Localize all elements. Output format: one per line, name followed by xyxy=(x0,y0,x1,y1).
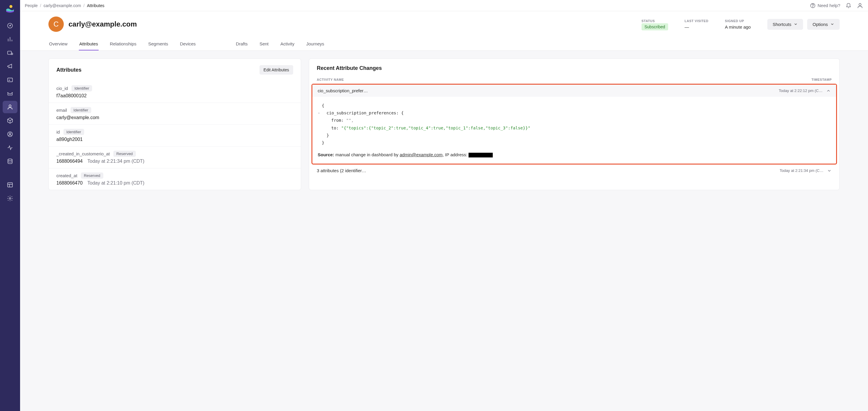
attribute-pill: Reserved xyxy=(81,172,103,179)
attribute-row: idIdentifiera890gh2001 xyxy=(49,125,301,146)
attribute-pill: Reserved xyxy=(113,151,136,157)
last-visited-label: LAST VISITED xyxy=(685,19,709,23)
attribute-name: cio_id xyxy=(56,86,68,91)
options-button[interactable]: Options xyxy=(807,19,840,30)
nav-settings[interactable] xyxy=(3,192,18,205)
change-name: cio_subscription_prefer… xyxy=(318,88,775,93)
attribute-value: a890gh2001 xyxy=(56,137,293,142)
nav-activity[interactable] xyxy=(3,141,18,154)
nav-analytics[interactable] xyxy=(3,33,18,45)
tab-attributes[interactable]: Attributes xyxy=(79,38,99,50)
tab-drafts[interactable]: Drafts xyxy=(235,38,248,50)
svg-point-9 xyxy=(8,159,12,161)
attribute-row: cio_idIdentifierf7aa08000102 xyxy=(49,81,301,103)
svg-point-14 xyxy=(859,3,861,5)
breadcrumb-current: Attributes xyxy=(87,3,104,8)
tab-activity[interactable]: Activity xyxy=(280,38,295,50)
shortcuts-button[interactable]: Shortcuts xyxy=(767,19,803,30)
avatar: C xyxy=(49,16,64,32)
attribute-sub: Today at 2:21:10 pm (CDT) xyxy=(87,180,144,186)
app-logo[interactable] xyxy=(6,4,14,13)
attribute-row: _created_in_customerio_atReserved1688066… xyxy=(49,146,301,168)
svg-rect-5 xyxy=(8,78,13,82)
notifications-icon[interactable] xyxy=(845,3,851,8)
nav-segments[interactable] xyxy=(3,128,18,140)
source-text2: , IP address: xyxy=(442,152,467,157)
edit-attributes-button[interactable]: Edit Attributes xyxy=(259,65,293,75)
redacted-ip xyxy=(469,153,493,158)
page-title: carly@example.com xyxy=(68,20,137,28)
attribute-row: created_atReserved1688066470Today at 2:2… xyxy=(49,168,301,190)
highlighted-change: cio_subscription_prefer… Today at 2:22:1… xyxy=(311,84,837,165)
help-icon xyxy=(810,3,816,8)
attribute-pill: Identifier xyxy=(63,129,84,135)
col-activity-name: ACTIVITY NAME xyxy=(317,78,344,81)
nav-dashboard[interactable] xyxy=(3,20,18,32)
chevron-down-icon xyxy=(830,22,834,26)
breadcrumb-sep: / xyxy=(40,3,41,8)
tab-segments[interactable]: Segments xyxy=(148,38,169,50)
attribute-name: _created_in_customerio_at xyxy=(56,151,110,156)
chevron-up-icon xyxy=(826,89,831,93)
nav-objects[interactable] xyxy=(3,114,18,127)
svg-point-11 xyxy=(9,198,11,199)
tab-sent[interactable]: Sent xyxy=(259,38,269,50)
last-visited-value: — xyxy=(685,25,709,30)
help-link[interactable]: Need help? xyxy=(810,3,840,8)
source-label: Source: xyxy=(318,152,334,157)
status-badge: Subscribed xyxy=(642,23,668,30)
chevron-down-icon xyxy=(794,22,798,26)
change-row-collapsed[interactable]: 3 attributes (2 identifier… Today at 2:2… xyxy=(309,165,839,177)
tabs: Overview Attributes Relationships Segmen… xyxy=(20,38,868,50)
tab-overview[interactable]: Overview xyxy=(49,38,68,50)
svg-point-13 xyxy=(813,6,813,7)
breadcrumb-email[interactable]: carly@example.com xyxy=(43,3,81,8)
svg-rect-3 xyxy=(8,51,11,55)
attribute-name: email xyxy=(56,108,67,113)
attribute-value: f7aa08000102 xyxy=(56,93,293,99)
changes-title: Recent Attribute Changes xyxy=(309,59,839,75)
nav-pipelines[interactable] xyxy=(3,46,18,59)
change-row-expanded[interactable]: cio_subscription_prefer… Today at 2:22:1… xyxy=(312,84,836,97)
svg-point-2 xyxy=(10,25,11,26)
nav-people[interactable] xyxy=(3,101,18,113)
change-name: 3 attributes (2 identifier… xyxy=(317,168,776,173)
nav-campaigns[interactable] xyxy=(3,60,18,72)
attributes-card: Attributes Edit Attributes cio_idIdentif… xyxy=(49,58,301,190)
breadcrumb-sep: / xyxy=(84,3,85,8)
account-icon[interactable] xyxy=(857,2,863,9)
col-timestamp: TIMESTAMP xyxy=(812,78,832,81)
svg-rect-10 xyxy=(8,183,13,187)
attribute-value: 1688066494 xyxy=(56,159,83,164)
tab-relationships[interactable]: Relationships xyxy=(109,38,137,50)
change-time: Today at 2:21:34 pm (C… xyxy=(780,168,824,173)
svg-point-6 xyxy=(9,105,11,107)
change-time: Today at 2:22:12 pm (C… xyxy=(779,89,823,93)
breadcrumb: People / carly@example.com / Attributes xyxy=(25,3,104,8)
attribute-name: id xyxy=(56,130,60,134)
attribute-row: emailIdentifiercarly@example.com xyxy=(49,103,301,125)
attribute-value: carly@example.com xyxy=(56,115,293,120)
help-text: Need help? xyxy=(817,3,840,8)
nav-content[interactable] xyxy=(3,179,18,191)
attribute-pill: Identifier xyxy=(71,85,92,92)
changes-card: Recent Attribute Changes ACTIVITY NAME T… xyxy=(309,58,840,190)
attribute-pill: Identifier xyxy=(70,107,91,113)
attribute-value: 1688066470 xyxy=(56,180,83,186)
change-detail: { -cio_subscription_preferences: { from:… xyxy=(312,97,836,164)
tab-devices[interactable]: Devices xyxy=(180,38,196,50)
nav-deliveries[interactable] xyxy=(3,87,18,100)
source-email[interactable]: admin@example.com xyxy=(400,152,442,157)
nav-data[interactable] xyxy=(3,155,18,168)
sidebar xyxy=(0,0,20,411)
nav-broadcasts[interactable] xyxy=(3,74,18,86)
attributes-title: Attributes xyxy=(56,67,82,73)
source-text: manual change in dashboard by xyxy=(335,152,399,157)
status-label: STATUS xyxy=(642,19,668,23)
tab-journeys[interactable]: Journeys xyxy=(306,38,325,50)
topbar: People / carly@example.com / Attributes … xyxy=(20,0,868,11)
signed-up-label: SIGNED UP xyxy=(725,19,751,23)
chevron-down-icon xyxy=(827,168,832,173)
breadcrumb-root[interactable]: People xyxy=(25,3,38,8)
attribute-name: created_at xyxy=(56,173,78,178)
